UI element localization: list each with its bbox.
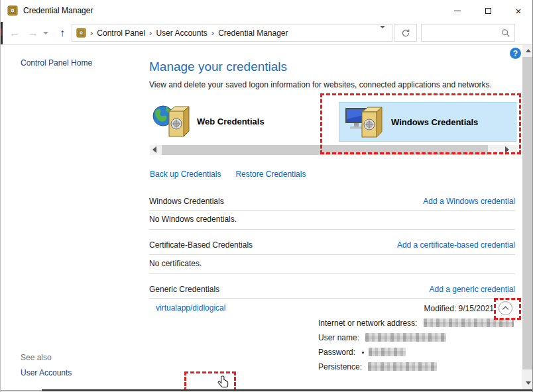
- add-certificate-credential-link[interactable]: Add a certificate-based credential: [397, 240, 515, 250]
- breadcrumb-credential-manager[interactable]: Credential Manager: [218, 28, 288, 38]
- password-mask-dot: •: [361, 348, 364, 356]
- windows-credentials-label: Windows Credentials: [391, 117, 478, 127]
- password-value-redacted: [369, 348, 406, 356]
- window-bottom-edge: [1, 390, 42, 391]
- scroll-right-icon[interactable]: [505, 146, 509, 153]
- breadcrumb-vault-icon: [76, 28, 86, 38]
- window-title: Credential Manager: [23, 6, 93, 15]
- modified-label: Modified:: [424, 304, 457, 313]
- navigation-bar: ← → ↑ › Control Panel › User Accounts › …: [1, 21, 533, 45]
- credential-modified: Modified: 9/15/2021: [424, 304, 494, 313]
- address-label: Internet or network address:: [318, 318, 417, 328]
- section-title-certificate: Certificate-Based Credentials: [149, 240, 253, 250]
- no-certificates-text: No certificates.: [149, 259, 202, 268]
- vault-app-icon: [7, 5, 18, 16]
- vertical-scrollbar-thumb[interactable]: [522, 57, 533, 369]
- back-icon[interactable]: ←: [6, 21, 23, 44]
- collapse-credential-button[interactable]: [498, 301, 513, 316]
- modified-date: 9/15/2021: [459, 304, 494, 313]
- search-box: [421, 24, 515, 42]
- refresh-button[interactable]: [394, 24, 417, 42]
- scroll-up-icon: [526, 49, 531, 52]
- persistence-label: Persistence:: [318, 362, 362, 371]
- divider: [149, 229, 515, 230]
- scroll-down-button[interactable]: [522, 377, 533, 389]
- no-windows-credentials-text: No Windows credentials.: [149, 215, 237, 224]
- add-windows-credential-link[interactable]: Add a Windows credential: [423, 197, 515, 206]
- chevron-down-icon: [43, 32, 48, 34]
- sidebar-item-user-accounts[interactable]: User Accounts: [21, 368, 72, 377]
- divider: [149, 210, 515, 211]
- tiles-horizontal-scrollbar[interactable]: [150, 145, 521, 155]
- breadcrumb-separator: ›: [149, 28, 152, 38]
- breadcrumb-control-panel[interactable]: Control Panel: [97, 28, 145, 38]
- credential-manager-window: Credential Manager × ← → ↑ › Control Pan…: [0, 0, 533, 392]
- page-title: Manage your credentials: [149, 60, 287, 74]
- window-edge-artifact: [1, 22, 3, 44]
- forward-icon[interactable]: →: [25, 21, 42, 44]
- minimize-button[interactable]: [442, 0, 473, 21]
- question-mark-icon: ?: [513, 49, 518, 58]
- title-bar: Credential Manager ×: [1, 0, 533, 21]
- recent-pages-dropdown[interactable]: [40, 21, 51, 44]
- globe-safe-icon: [150, 104, 192, 138]
- search-input[interactable]: [424, 25, 499, 40]
- add-generic-credential-link[interactable]: Add a generic credential: [430, 285, 515, 294]
- section-title-generic: Generic Credentials: [149, 285, 219, 294]
- persistence-value-redacted: [368, 362, 437, 371]
- divider: [149, 298, 515, 299]
- chevron-down-icon: [380, 26, 385, 38]
- content-area: Control Panel Home See also User Account…: [1, 45, 533, 390]
- page-description: View and delete your saved logon informa…: [149, 80, 492, 89]
- password-label: Password:: [318, 348, 355, 357]
- monitor-safe-icon: [345, 105, 386, 139]
- section-title-windows: Windows Credentials: [149, 197, 224, 206]
- scroll-left-icon[interactable]: [152, 146, 156, 153]
- horizontal-scrollbar-thumb[interactable]: [162, 145, 488, 155]
- divider: [149, 273, 515, 274]
- vertical-scrollbar[interactable]: [522, 45, 533, 390]
- minimize-icon: [454, 11, 461, 11]
- scroll-down-icon: [526, 381, 531, 385]
- username-value-redacted: [365, 333, 446, 342]
- see-also-label: See also: [21, 353, 52, 362]
- credential-entry-link[interactable]: virtualapp/didlogical: [156, 303, 225, 313]
- maximize-icon: [485, 8, 491, 14]
- maximize-button[interactable]: [473, 0, 503, 21]
- help-button[interactable]: ?: [510, 48, 521, 59]
- up-icon[interactable]: ↑: [54, 21, 71, 44]
- web-credentials-tile[interactable]: Web Credentials: [150, 101, 316, 141]
- search-icon[interactable]: [501, 28, 510, 38]
- divider: [149, 254, 515, 255]
- sidebar-item-control-panel-home[interactable]: Control Panel Home: [21, 58, 92, 68]
- username-label: User name:: [318, 333, 359, 342]
- web-credentials-label: Web Credentials: [197, 117, 265, 126]
- close-button[interactable]: ×: [503, 0, 533, 21]
- windows-credentials-tile[interactable]: Windows Credentials: [339, 102, 516, 142]
- breadcrumb-separator: ›: [90, 28, 93, 38]
- breadcrumb-separator: ›: [211, 28, 214, 38]
- address-value-redacted: [424, 318, 514, 327]
- address-bar[interactable]: › Control Panel › User Accounts › Creden…: [72, 24, 392, 42]
- restore-credentials-link[interactable]: Restore Credentials: [235, 170, 306, 179]
- window-bottom-edge: [42, 389, 533, 391]
- close-icon: ×: [516, 6, 522, 16]
- refresh-icon: [401, 28, 410, 38]
- scroll-up-button[interactable]: [522, 45, 533, 56]
- breadcrumb-user-accounts[interactable]: User Accounts: [156, 28, 207, 38]
- address-dropdown-button[interactable]: [380, 28, 388, 38]
- backup-credentials-link[interactable]: Back up Credentials: [150, 170, 221, 179]
